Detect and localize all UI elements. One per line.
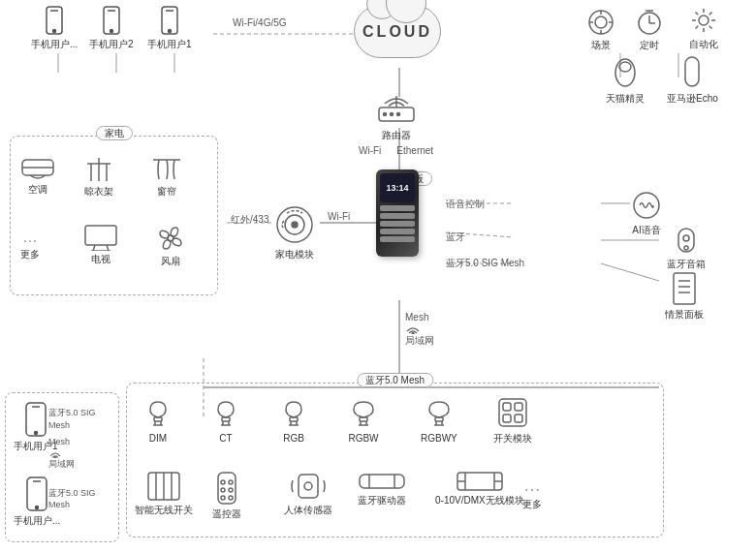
fan-label: 风扇: [161, 255, 180, 268]
mesh-b-label: Mesh: [48, 437, 70, 446]
mesh-wifi-icon: [405, 323, 421, 334]
scenario-panel-node: 情景面板: [665, 271, 704, 322]
switch-module-icon: [495, 395, 530, 430]
connection-labels: Wi-Fi Ethernet: [359, 145, 433, 156]
lan-b-label: 局域网: [48, 459, 75, 469]
scene-node: 场景: [586, 8, 615, 52]
infrared-label: 红外/433: [231, 213, 268, 227]
appliance-title-container: 家电: [96, 127, 133, 140]
scenario-panel-icon: [671, 271, 698, 306]
svg-point-41: [384, 113, 387, 116]
ai-voice-icon: [630, 189, 663, 222]
clothes-rack-node: 晾衣架: [83, 156, 114, 199]
dim-icon: [144, 398, 172, 431]
svg-point-27: [168, 30, 171, 33]
bt-driver-node: 蓝牙驱动器: [358, 471, 406, 507]
panel-device-body: 13:14: [376, 169, 419, 257]
bottom-phone-icon-1: [23, 401, 48, 438]
svg-rect-46: [678, 229, 694, 252]
body-sensor-label: 人体传感器: [284, 504, 332, 517]
phone-label-1: 手机用户...: [31, 38, 78, 51]
clothes-rack-icon: [83, 156, 114, 183]
rgb-label: RGB: [283, 433, 304, 444]
dim-node: DIM: [144, 398, 172, 444]
ac-node: 空调: [20, 156, 55, 197]
scenario-panel-label: 情景面板: [665, 308, 704, 322]
tv-icon: [83, 224, 118, 251]
svg-rect-81: [290, 417, 298, 421]
rgbwy-icon: [424, 398, 455, 431]
bt-speaker-label: 蓝牙音箱: [667, 258, 706, 271]
mesh-label-container: Mesh 局域网: [405, 312, 434, 348]
rgb-icon: [280, 398, 307, 431]
svg-rect-77: [222, 417, 230, 421]
rgb-node: RGB: [280, 398, 307, 444]
svg-line-68: [93, 245, 95, 251]
svg-rect-55: [685, 57, 699, 86]
automation-icon: [688, 5, 719, 36]
home-module-node: 家电模块: [273, 203, 316, 261]
dmx-icon: [456, 471, 504, 492]
tmall-label: 天猫精灵: [606, 92, 645, 106]
rgbwy-node: RGBWY: [421, 398, 457, 444]
phone-user-2: 手机用户2: [89, 5, 134, 51]
panel-btn-3: [380, 221, 415, 227]
phone-label-2: 手机用户2: [89, 38, 134, 51]
voice-control-label: 语音控制: [446, 198, 485, 211]
cloud-label: CLOUD: [362, 23, 432, 41]
more-devices-dots: …: [523, 476, 541, 496]
tv-node: 电视: [83, 224, 118, 266]
phone-icon-2: [96, 5, 127, 36]
body-sensor-icon: [291, 471, 326, 502]
phone-icon-3: [154, 5, 185, 36]
svg-point-120: [34, 432, 37, 435]
automation-label: 自动化: [689, 38, 718, 51]
lan-label: 局域网: [405, 334, 434, 348]
cloud-node: CLOUD: [354, 5, 441, 58]
more-appliance-node: … 更多: [20, 229, 40, 261]
svg-point-30: [595, 16, 607, 28]
mesh-wifi-icon-2: [48, 448, 62, 458]
rgbwy-label: RGBWY: [421, 433, 457, 444]
bt5-mesh-label-1: 蓝牙5.0 SIG Mesh: [48, 407, 118, 431]
svg-point-122: [54, 456, 56, 458]
bt-driver-label: 蓝牙驱动器: [358, 494, 406, 507]
svg-point-110: [304, 482, 312, 490]
svg-point-42: [391, 113, 394, 116]
home-module-label: 家电模块: [275, 248, 314, 261]
svg-rect-94: [503, 403, 511, 411]
more-dots: …: [22, 229, 38, 246]
panel-screen: 13:14: [380, 173, 415, 202]
bt5-conn-label: 蓝牙5.0 SIG Mesh: [446, 257, 524, 270]
scene-label: 场景: [591, 39, 611, 52]
super-panel-device: 13:14 超级面板: [376, 169, 432, 186]
cloud-shape: CLOUD: [354, 5, 441, 58]
ai-voice-label: AI语音: [632, 224, 660, 237]
remote-control-node: 遥控器: [212, 471, 241, 521]
clothes-rack-label: 晾衣架: [84, 185, 113, 199]
dmx-node: 0-10V/DMX无线模块: [435, 471, 524, 507]
curtain-node: 窗帘: [151, 156, 182, 199]
body-sensor-node: 人体传感器: [284, 471, 332, 517]
timer-label: 定时: [640, 39, 659, 52]
ct-icon: [212, 398, 239, 431]
svg-point-39: [699, 15, 709, 25]
wireless-switch-node: 智能无线开关: [135, 471, 193, 517]
svg-point-105: [221, 488, 225, 492]
wireless-switch-icon: [146, 471, 181, 502]
phone-label-3: 手机用户1: [147, 38, 192, 51]
remote-icon: [213, 471, 240, 506]
ac-label: 空调: [28, 183, 47, 197]
svg-point-48: [684, 246, 688, 250]
ai-voice-node: AI语音: [630, 189, 663, 237]
svg-point-43: [397, 113, 400, 116]
svg-point-58: [292, 222, 298, 228]
timer-icon: [635, 8, 664, 37]
tmall-genie-node: 天猫精灵: [606, 53, 645, 106]
mesh-label: Mesh: [405, 312, 428, 323]
phone-user-3: 手机用户1: [147, 5, 192, 51]
bt-speaker-node: 蓝牙音箱: [667, 225, 706, 271]
bluetooth-conn-label: 蓝牙: [446, 230, 465, 244]
scene-icon: [586, 8, 615, 37]
amazon-echo-label: 亚马逊Echo: [667, 92, 718, 106]
